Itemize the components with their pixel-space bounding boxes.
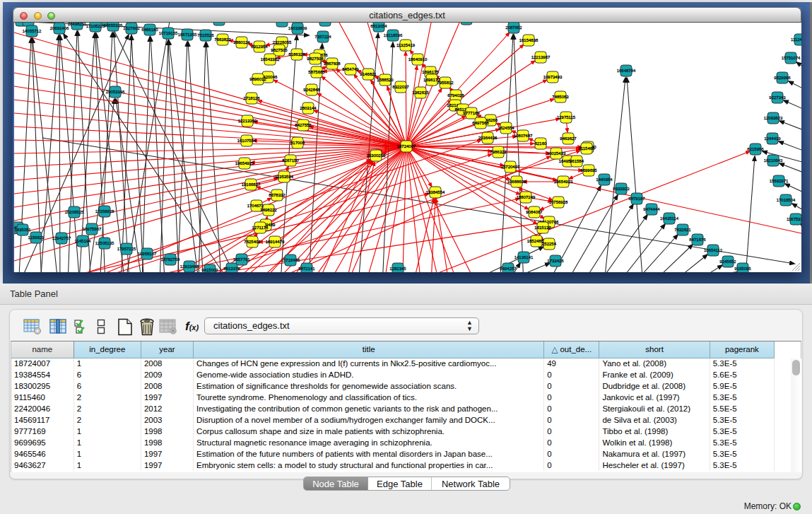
svg-text:19166827: 19166827	[242, 182, 261, 187]
svg-text:1435051: 1435051	[14, 228, 31, 232]
svg-text:12093823: 12093823	[764, 116, 783, 120]
svg-text:29053346: 29053346	[106, 90, 125, 94]
svg-text:961584: 961584	[570, 159, 584, 163]
svg-text:8322037: 8322037	[392, 85, 409, 89]
svg-text:20691406: 20691406	[50, 26, 69, 30]
svg-text:1733426: 1733426	[547, 259, 564, 263]
svg-text:23226055: 23226055	[273, 40, 292, 45]
svg-text:9115460: 9115460	[579, 146, 596, 151]
svg-text:19218596: 19218596	[384, 33, 403, 37]
svg-text:8813054: 8813054	[370, 24, 387, 28]
svg-text:8912954: 8912954	[251, 45, 268, 49]
svg-text:14136141: 14136141	[514, 255, 534, 259]
svg-text:9827505: 9827505	[271, 48, 288, 52]
svg-text:16033809: 16033809	[288, 26, 307, 30]
svg-text:9657791: 9657791	[233, 257, 250, 262]
svg-text:8613378: 8613378	[223, 267, 240, 271]
svg-text:17957225: 17957225	[117, 247, 136, 251]
svg-text:2718126: 2718126	[243, 96, 260, 100]
svg-text:9474444: 9474444	[643, 207, 660, 211]
svg-text:252254: 252254	[542, 242, 557, 246]
svg-text:16543362: 16543362	[261, 57, 280, 62]
svg-text:15692971: 15692971	[770, 179, 789, 183]
svg-text:9245652: 9245652	[719, 259, 736, 264]
svg-text:9529966: 9529966	[774, 76, 791, 80]
svg-text:7515526: 7515526	[197, 33, 214, 37]
svg-text:14055712: 14055712	[23, 29, 42, 33]
svg-text:18807249: 18807249	[517, 195, 536, 199]
svg-text:10719155: 10719155	[159, 31, 178, 35]
svg-text:16435114: 16435114	[660, 216, 679, 221]
svg-text:7986322: 7986322	[490, 150, 507, 154]
svg-text:15720407: 15720407	[501, 165, 520, 169]
svg-text:8267150: 8267150	[282, 158, 299, 163]
svg-text:12923468: 12923468	[180, 264, 199, 269]
svg-text:17105226: 17105226	[86, 24, 105, 28]
svg-text:1282345: 1282345	[389, 267, 406, 271]
svg-text:3498222: 3498222	[260, 208, 277, 212]
svg-text:10025433: 10025433	[547, 151, 566, 156]
svg-text:8933923: 8933923	[613, 187, 630, 191]
svg-text:1244419: 1244419	[764, 136, 781, 141]
svg-text:9146821: 9146821	[360, 72, 377, 76]
svg-text:19384554: 19384554	[426, 190, 445, 194]
svg-text:1156829: 1156829	[28, 235, 45, 240]
svg-text:1696170: 1696170	[423, 78, 440, 82]
svg-text:8215956: 8215956	[747, 147, 764, 151]
svg-text:9227343: 9227343	[769, 95, 786, 100]
svg-text:15751074: 15751074	[782, 56, 801, 60]
svg-text:18724007: 18724007	[397, 144, 416, 148]
svg-text:1527602: 1527602	[123, 26, 140, 30]
svg-text:6497568: 6497568	[472, 121, 489, 125]
svg-text:16648784: 16648784	[617, 69, 636, 73]
svg-text:1696175: 1696175	[422, 70, 439, 74]
svg-text:17359928: 17359928	[95, 209, 114, 214]
svg-text:25300255: 25300255	[367, 153, 386, 158]
svg-text:9777169: 9777169	[463, 111, 480, 115]
svg-text:11124654: 11124654	[791, 37, 801, 42]
svg-text:7485063: 7485063	[552, 95, 569, 99]
svg-text:8678332: 8678332	[269, 193, 286, 197]
svg-text:10958107: 10958107	[138, 252, 157, 256]
svg-text:16107554: 16107554	[237, 139, 257, 143]
svg-text:1588520: 1588520	[377, 78, 394, 82]
svg-text:6794028: 6794028	[447, 93, 464, 98]
svg-text:20364436: 20364436	[478, 136, 498, 140]
svg-text:10975867: 10975867	[83, 227, 102, 231]
svg-text:7632621: 7632621	[674, 228, 691, 232]
svg-text:16154838: 16154838	[519, 38, 539, 42]
svg-text:7625402: 7625402	[244, 240, 261, 244]
svg-text:10654112: 10654112	[704, 248, 723, 252]
svg-text:20206525: 20206525	[65, 210, 84, 214]
svg-text:11675335: 11675335	[787, 217, 801, 221]
svg-text:16914479: 16914479	[266, 240, 285, 244]
svg-text:9084067: 9084067	[526, 210, 543, 214]
svg-text:9242848: 9242848	[303, 88, 320, 92]
svg-text:20496211: 20496211	[68, 23, 87, 26]
svg-text:9827508: 9827508	[307, 57, 324, 61]
svg-text:817006: 817006	[290, 141, 305, 145]
svg-text:5875685: 5875685	[308, 70, 325, 74]
svg-text:7357224: 7357224	[314, 35, 331, 39]
svg-text:2803144: 2803144	[300, 106, 317, 110]
svg-text:6879197: 6879197	[628, 197, 645, 201]
svg-text:7663822: 7663822	[214, 37, 231, 42]
svg-text:19654925: 19654925	[235, 161, 254, 165]
svg-text:9463627: 9463627	[560, 136, 577, 141]
svg-text:11325419: 11325419	[396, 43, 416, 47]
svg-text:16782759: 16782759	[161, 257, 180, 262]
svg-text:8427552: 8427552	[295, 123, 312, 127]
svg-text:9165095: 9165095	[734, 267, 751, 271]
svg-text:9699695: 9699695	[580, 168, 597, 173]
svg-text:8454749: 8454749	[342, 67, 359, 71]
svg-text:12213369: 12213369	[238, 119, 257, 123]
svg-text:1271174: 1271174	[252, 226, 269, 230]
svg-text:11353594: 11353594	[275, 175, 294, 179]
svg-text:2867608: 2867608	[324, 62, 341, 66]
svg-text:16210643: 16210643	[764, 158, 783, 163]
svg-text:3624554: 3624554	[498, 126, 514, 130]
svg-text:19654923: 19654923	[554, 180, 573, 184]
svg-text:10973493: 10973493	[543, 75, 563, 79]
svg-text:9872141: 9872141	[298, 267, 315, 271]
svg-text:12505135: 12505135	[95, 241, 114, 245]
